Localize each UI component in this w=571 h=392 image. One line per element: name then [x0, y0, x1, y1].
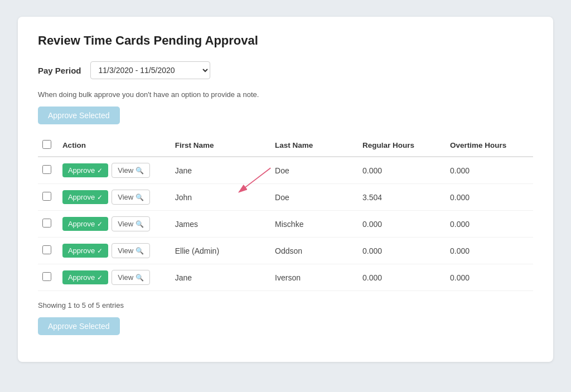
- action-cell-4: Approve ✓ View 🔍: [62, 270, 166, 285]
- approve-selected-top-button[interactable]: Approve Selected: [38, 107, 120, 124]
- row-checkbox-0[interactable]: [42, 165, 51, 174]
- check-icon-3: ✓: [97, 247, 103, 255]
- cell-regular-0: 0.000: [358, 157, 446, 184]
- table-wrapper: Action First Name Last Name Regular Hour…: [38, 134, 533, 291]
- cell-firstname-2: James: [171, 211, 270, 238]
- search-icon-0: 🔍: [136, 167, 144, 175]
- search-icon-1: 🔍: [136, 193, 144, 201]
- approve-button-1[interactable]: Approve ✓: [62, 190, 108, 204]
- cell-firstname-0: Jane: [171, 157, 270, 184]
- main-card: Review Time Cards Pending Approval Pay P…: [18, 17, 553, 362]
- view-button-4[interactable]: View 🔍: [112, 270, 150, 285]
- pay-period-label: Pay Period: [38, 66, 81, 75]
- approve-label-0: Approve: [68, 166, 95, 175]
- approve-button-4[interactable]: Approve ✓: [62, 270, 108, 284]
- row-checkbox-2[interactable]: [42, 219, 51, 228]
- action-cell-3: Approve ✓ View 🔍: [62, 243, 166, 258]
- cell-lastname-3: Oddson: [270, 238, 358, 264]
- col-header-firstname: First Name: [171, 134, 270, 157]
- cell-firstname-1: John: [171, 184, 270, 211]
- row-checkbox-1[interactable]: [42, 192, 51, 201]
- approve-button-3[interactable]: Approve ✓: [62, 244, 108, 258]
- approve-button-2[interactable]: Approve ✓: [62, 217, 108, 231]
- table-row: Approve ✓ View 🔍 JaneDoe0.0000.000: [38, 157, 533, 184]
- approve-button-0[interactable]: Approve ✓: [62, 163, 108, 177]
- showing-entries-text: Showing 1 to 5 of 5 entries: [38, 301, 533, 309]
- cell-lastname-0: Doe: [270, 157, 358, 184]
- view-label-2: View: [118, 220, 133, 228]
- pay-period-row: Pay Period 11/3/2020 - 11/5/2020 10/27/2…: [38, 61, 533, 79]
- approve-selected-bottom-button[interactable]: Approve Selected: [38, 317, 120, 335]
- view-label-4: View: [118, 273, 133, 282]
- cell-lastname-2: Mischke: [270, 211, 358, 238]
- cell-regular-2: 0.000: [358, 211, 446, 238]
- action-cell-0: Approve ✓ View 🔍: [62, 163, 166, 178]
- pay-period-select[interactable]: 11/3/2020 - 11/5/2020 10/27/2020 - 10/30…: [90, 61, 210, 79]
- select-all-checkbox[interactable]: [42, 140, 51, 149]
- approve-label-2: Approve: [68, 220, 95, 228]
- approve-label-3: Approve: [68, 246, 95, 255]
- cell-overtime-0: 0.000: [446, 157, 533, 184]
- action-cell-1: Approve ✓ View 🔍: [62, 190, 166, 205]
- check-icon-1: ✓: [97, 193, 103, 201]
- approve-label-4: Approve: [68, 273, 95, 282]
- check-icon-0: ✓: [97, 167, 103, 175]
- approve-label-1: Approve: [68, 193, 95, 201]
- action-cell-2: Approve ✓ View 🔍: [62, 216, 166, 231]
- table-row: Approve ✓ View 🔍 Ellie (Admin)Oddson0.00…: [38, 238, 533, 264]
- col-header-regular: Regular Hours: [358, 134, 446, 157]
- search-icon-2: 🔍: [136, 220, 144, 228]
- col-header-overtime: Overtime Hours: [446, 134, 533, 157]
- cell-overtime-4: 0.000: [446, 264, 533, 291]
- view-label-3: View: [118, 246, 133, 255]
- check-icon-4: ✓: [97, 274, 103, 282]
- cell-regular-3: 0.000: [358, 238, 446, 264]
- bulk-note-text: When doing bulk approve you don't have a…: [38, 90, 533, 99]
- table-row: Approve ✓ View 🔍 JaneIverson0.0000.000: [38, 264, 533, 291]
- view-button-2[interactable]: View 🔍: [112, 216, 150, 231]
- search-icon-3: 🔍: [136, 247, 144, 255]
- cell-firstname-4: Jane: [171, 264, 270, 291]
- cell-lastname-4: Iverson: [270, 264, 358, 291]
- table-row: Approve ✓ View 🔍 JamesMischke0.0000.000: [38, 211, 533, 238]
- view-button-3[interactable]: View 🔍: [112, 243, 150, 258]
- col-header-lastname: Last Name: [270, 134, 358, 157]
- cell-overtime-2: 0.000: [446, 211, 533, 238]
- cell-regular-4: 0.000: [358, 264, 446, 291]
- search-icon-4: 🔍: [136, 274, 144, 282]
- view-label-0: View: [118, 166, 133, 175]
- check-icon-2: ✓: [97, 220, 103, 228]
- cell-firstname-3: Ellie (Admin): [171, 238, 270, 264]
- cell-lastname-1: Doe: [270, 184, 358, 211]
- page-title: Review Time Cards Pending Approval: [38, 33, 533, 48]
- cell-overtime-1: 0.000: [446, 184, 533, 211]
- view-label-1: View: [118, 193, 133, 201]
- time-cards-table: Action First Name Last Name Regular Hour…: [38, 134, 533, 291]
- row-checkbox-3[interactable]: [42, 245, 51, 254]
- cell-regular-1: 3.504: [358, 184, 446, 211]
- cell-overtime-3: 0.000: [446, 238, 533, 264]
- view-button-1[interactable]: View 🔍: [112, 190, 150, 205]
- view-button-0[interactable]: View 🔍: [112, 163, 150, 178]
- col-header-action: Action: [58, 134, 171, 157]
- row-checkbox-4[interactable]: [42, 272, 51, 281]
- table-row: Approve ✓ View 🔍 JohnDoe3.5040.000: [38, 184, 533, 211]
